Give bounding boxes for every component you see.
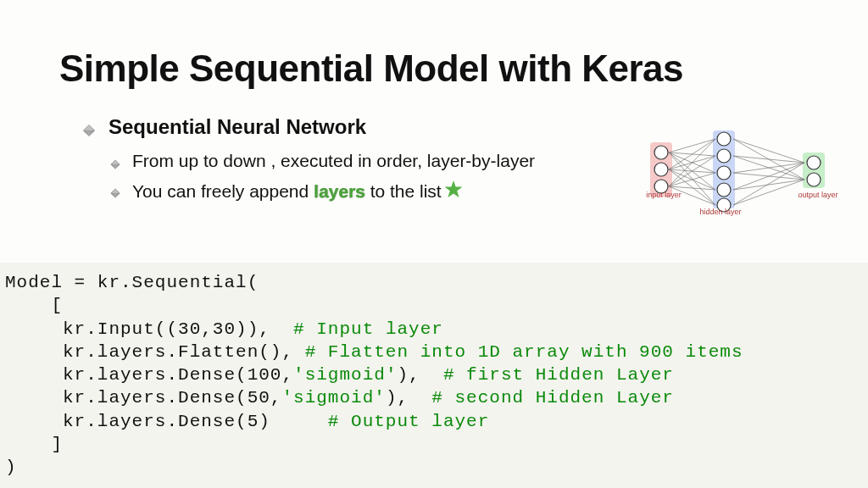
code-l4: kr.layers.Flatten(), xyxy=(5,342,305,362)
star-icon xyxy=(443,180,464,200)
svg-point-38 xyxy=(807,173,821,186)
code-l6b: ), xyxy=(386,388,431,408)
svg-point-34 xyxy=(717,166,731,180)
bullet-l2-b-pre: You can freely append xyxy=(132,181,314,201)
code-l6-str: 'sigmoid' xyxy=(281,388,385,408)
bullet-l2-b-post: to the list xyxy=(365,181,442,201)
nn-label-input: input layer xyxy=(638,191,689,199)
code-l3: kr.Input((30,30)), xyxy=(5,319,293,339)
svg-point-33 xyxy=(717,149,731,163)
svg-point-32 xyxy=(717,132,731,146)
svg-line-23 xyxy=(733,163,804,173)
svg-point-37 xyxy=(807,156,821,169)
svg-line-26 xyxy=(733,180,804,190)
code-l8: ] xyxy=(5,435,63,454)
code-l9: ) xyxy=(5,458,17,477)
highlight-layers: layers xyxy=(314,181,365,201)
code-l6a: kr.layers.Dense(50, xyxy=(5,388,281,408)
svg-marker-0 xyxy=(444,180,462,197)
nn-label-output: output layer xyxy=(793,191,843,199)
code-l4-cmt: # Flatten into 1D array with 900 items xyxy=(305,342,743,362)
code-l5-str: 'sigmoid' xyxy=(293,365,397,385)
code-l7: kr.layers.Dense(5) xyxy=(5,412,328,431)
code-l5-cmt: # first Hidden Layer xyxy=(443,365,674,385)
code-l5a: kr.layers.Dense(100, xyxy=(5,365,293,385)
nn-label-hidden: hidden layer xyxy=(695,208,746,216)
svg-point-30 xyxy=(654,163,668,176)
svg-point-35 xyxy=(717,183,731,197)
code-l3-cmt: # Input layer xyxy=(293,319,443,339)
svg-point-29 xyxy=(654,146,668,159)
code-l7-cmt: # Output layer xyxy=(328,412,489,431)
svg-line-9 xyxy=(669,139,715,169)
code-l1: Model = kr.Sequential( xyxy=(5,273,259,292)
code-l6-cmt: # second Hidden Layer xyxy=(431,388,674,408)
slide-title: Simple Sequential Model with Keras xyxy=(0,0,868,90)
code-l5b: ), xyxy=(397,365,442,385)
svg-line-14 xyxy=(669,139,715,186)
code-l2: [ xyxy=(5,296,63,315)
code-block: Model = kr.Sequential( [ kr.Input((30,30… xyxy=(0,263,868,488)
